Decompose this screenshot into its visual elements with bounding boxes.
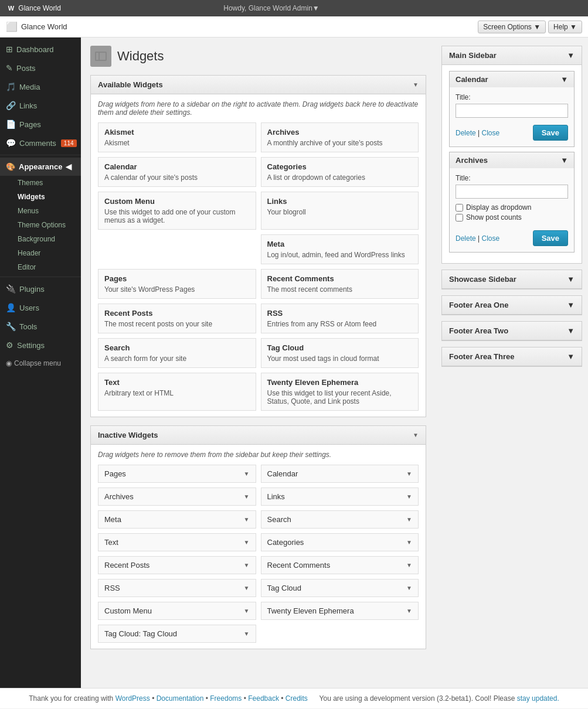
calendar-widget-header[interactable]: Calendar ▼ [450, 71, 574, 87]
main-sidebar-collapse-icon[interactable]: ▼ [567, 51, 575, 60]
inactive-widget-meta-arrow[interactable]: ▼ [244, 516, 250, 523]
inactive-widget-tag-cloud-2[interactable]: Tag Cloud: Tag Cloud ▼ [98, 625, 256, 643]
inactive-widget-pages[interactable]: Pages ▼ [98, 465, 256, 483]
calendar-title-input[interactable] [456, 104, 568, 118]
archives-dropdown-checkbox[interactable] [456, 204, 463, 212]
inactive-widget-calendar[interactable]: Calendar ▼ [261, 465, 419, 483]
widget-meta[interactable]: Meta Log in/out, admin, feed and WordPre… [261, 234, 419, 264]
widget-custom-menu[interactable]: Custom Menu Use this widget to add one o… [98, 192, 256, 230]
inactive-widget-tag-cloud-2-arrow[interactable]: ▼ [244, 630, 250, 637]
inactive-widget-recent-comments-arrow[interactable]: ▼ [406, 562, 412, 568]
sidebar-sub-item-widgets[interactable]: Widgets [0, 190, 81, 204]
inactive-widget-tag-cloud[interactable]: Tag Cloud ▼ [261, 579, 419, 597]
inactive-widget-recent-posts[interactable]: Recent Posts ▼ [98, 556, 256, 574]
top-bar-site-title[interactable]: Glance World [21, 22, 67, 31]
inactive-widget-categories-arrow[interactable]: ▼ [406, 539, 412, 546]
widget-recent-comments[interactable]: Recent Comments The most recent comments [261, 269, 419, 299]
calendar-close-link[interactable]: Close [481, 129, 499, 137]
sidebar-item-links[interactable]: 🔗 Links [0, 96, 81, 115]
sidebar-sub-item-theme-options[interactable]: Theme Options [0, 218, 81, 232]
footer-doc-link[interactable]: Documentation [157, 694, 204, 703]
showcase-sidebar-header[interactable]: Showcase Sidebar ▼ [442, 270, 582, 289]
sidebar-sub-item-background[interactable]: Background [0, 232, 81, 246]
calendar-save-button[interactable]: Save [533, 125, 568, 141]
inactive-widget-recent-comments[interactable]: Recent Comments ▼ [261, 556, 419, 574]
inactive-widget-twenty-eleven-arrow[interactable]: ▼ [406, 608, 412, 614]
inactive-widget-search-arrow[interactable]: ▼ [406, 516, 412, 523]
inactive-widget-archives-arrow[interactable]: ▼ [244, 493, 250, 500]
widget-akismet[interactable]: Akismet Akismet [98, 122, 256, 152]
inactive-widget-pages-arrow[interactable]: ▼ [244, 471, 250, 477]
help-button[interactable]: Help ▼ [548, 21, 582, 33]
footer-wp-link[interactable]: WordPress [115, 694, 150, 703]
sidebar-item-media[interactable]: 🎵 Media [0, 77, 81, 96]
inactive-widget-categories[interactable]: Categories ▼ [261, 533, 419, 551]
archives-postcount-checkbox[interactable] [456, 214, 463, 221]
archives-delete-link[interactable]: Delete [456, 234, 476, 243]
inactive-widget-tag-cloud-arrow[interactable]: ▼ [406, 585, 412, 591]
available-widgets-collapse-arrow[interactable]: ▼ [413, 81, 419, 88]
sidebar-item-settings[interactable]: ⚙ Settings [0, 336, 81, 354]
inactive-widget-archives[interactable]: Archives ▼ [98, 488, 256, 506]
archives-close-link[interactable]: Close [481, 234, 499, 243]
inactive-widget-custom-menu-arrow[interactable]: ▼ [244, 608, 250, 614]
sidebar-sub-item-themes[interactable]: Themes [0, 176, 81, 190]
inactive-widget-rss-arrow[interactable]: ▼ [244, 585, 250, 591]
sidebar-item-dashboard[interactable]: ⊞ Dashboard [0, 40, 81, 59]
inactive-widget-recent-posts-arrow[interactable]: ▼ [244, 562, 250, 568]
sidebar-item-users[interactable]: 👤 Users [0, 298, 81, 317]
inactive-widget-links-arrow[interactable]: ▼ [406, 493, 412, 500]
footer-area-one-arrow[interactable]: ▼ [567, 301, 575, 309]
widget-search[interactable]: Search A search form for your site [98, 338, 256, 368]
archives-save-button[interactable]: Save [533, 230, 568, 246]
admin-bar-site-name[interactable]: Glance World [18, 4, 60, 12]
widget-calendar[interactable]: Calendar A calendar of your site's posts [98, 157, 256, 187]
admin-bar-howdy-arrow[interactable]: ▼ [312, 4, 320, 12]
footer-area-two-header[interactable]: Footer Area Two ▼ [442, 322, 582, 340]
collapse-menu-button[interactable]: ◉ Collapse menu [0, 354, 81, 372]
archives-title-input[interactable] [456, 185, 568, 199]
widget-text[interactable]: Text Arbitrary text or HTML [98, 373, 256, 411]
calendar-delete-link[interactable]: Delete [456, 129, 476, 137]
inactive-widget-text[interactable]: Text ▼ [98, 533, 256, 551]
sidebar-item-pages[interactable]: 📄 Pages [0, 115, 81, 134]
showcase-sidebar-arrow[interactable]: ▼ [567, 275, 575, 284]
inactive-widget-custom-menu[interactable]: Custom Menu ▼ [98, 602, 256, 620]
archives-widget-header[interactable]: Archives ▼ [450, 152, 574, 168]
footer-area-three-header[interactable]: Footer Area Three ▼ [442, 347, 582, 366]
widget-tag-cloud[interactable]: Tag Cloud Your most used tags in cloud f… [261, 338, 419, 368]
inactive-widget-links[interactable]: Links ▼ [261, 488, 419, 506]
sidebar-sub-item-menus[interactable]: Menus [0, 204, 81, 218]
inactive-widget-search[interactable]: Search ▼ [261, 510, 419, 529]
inactive-widgets-collapse-arrow[interactable]: ▼ [413, 432, 419, 438]
inactive-widget-rss[interactable]: RSS ▼ [98, 579, 256, 597]
footer-credits-link[interactable]: Credits [285, 694, 308, 703]
footer-area-two-arrow[interactable]: ▼ [567, 326, 575, 335]
main-sidebar-panel-header[interactable]: Main Sidebar ▼ [442, 46, 582, 65]
widget-recent-posts[interactable]: Recent Posts The most recent posts on yo… [98, 304, 256, 333]
inactive-widget-calendar-arrow[interactable]: ▼ [406, 471, 412, 477]
sidebar-item-comments[interactable]: 💬 Comments 114 [0, 134, 81, 152]
footer-area-one-header[interactable]: Footer Area One ▼ [442, 296, 582, 315]
footer-freedoms-link[interactable]: Freedoms [210, 694, 242, 703]
calendar-widget-arrow[interactable]: ▼ [560, 75, 568, 84]
widget-twenty-eleven[interactable]: Twenty Eleven Ephemera Use this widget t… [261, 373, 419, 411]
archives-widget-arrow[interactable]: ▼ [560, 156, 568, 165]
screen-options-button[interactable]: Screen Options ▼ [478, 21, 546, 33]
sidebar-appearance-header[interactable]: 🎨 Appearance ◀ [0, 158, 81, 176]
footer-feedback-link[interactable]: Feedback [248, 694, 279, 703]
inactive-widget-meta[interactable]: Meta ▼ [98, 510, 256, 529]
inactive-widget-text-arrow[interactable]: ▼ [244, 539, 250, 546]
sidebar-sub-item-editor[interactable]: Editor [0, 260, 81, 274]
widget-pages[interactable]: Pages Your site's WordPress Pages [98, 269, 256, 299]
sidebar-item-posts[interactable]: ✎ Posts [0, 59, 81, 77]
widget-rss[interactable]: RSS Entries from any RSS or Atom feed [261, 304, 419, 333]
sidebar-sub-item-header[interactable]: Header [0, 246, 81, 260]
widget-links[interactable]: Links Your blogroll [261, 192, 419, 230]
footer-stay-updated-link[interactable]: stay updated. [517, 694, 559, 703]
widget-categories[interactable]: Categories A list or dropdown of categor… [261, 157, 419, 187]
sidebar-item-tools[interactable]: 🔧 Tools [0, 317, 81, 336]
sidebar-item-plugins[interactable]: 🔌 Plugins [0, 279, 81, 298]
footer-area-three-arrow[interactable]: ▼ [567, 352, 575, 361]
widget-archives[interactable]: Archives A monthly archive of your site'… [261, 122, 419, 152]
